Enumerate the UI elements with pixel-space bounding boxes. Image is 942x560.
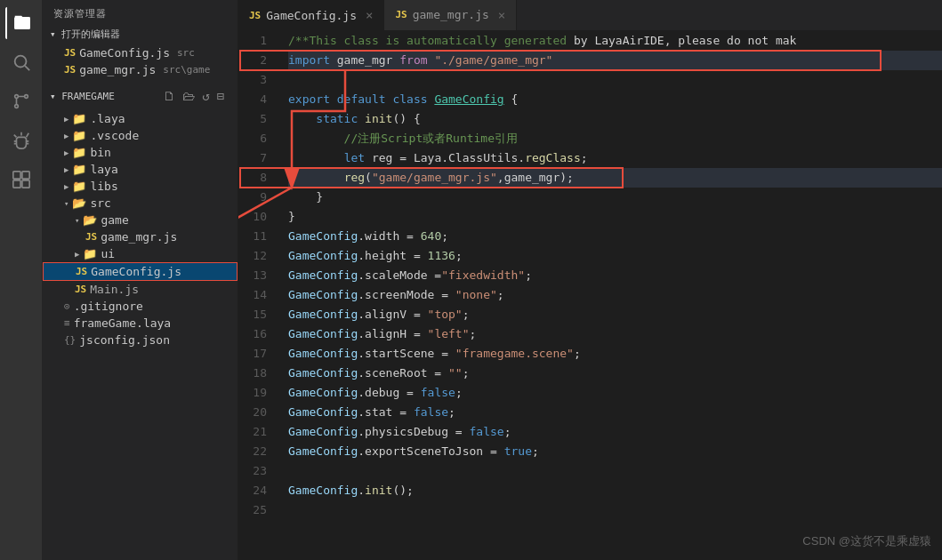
line-number: 11 <box>246 227 267 246</box>
folder-name: ui <box>101 247 115 260</box>
tree-gamemgr-file[interactable]: JS game_mgr.js <box>43 228 238 245</box>
open-editor-gameconfig[interactable]: JS GameConfig.js src <box>43 44 238 61</box>
tree-framegame-laya[interactable]: ≡ frameGame.laya <box>43 315 238 332</box>
code-token: GameConfig <box>288 383 358 403</box>
line-number: 10 <box>246 207 267 227</box>
code-token: ; <box>441 227 448 246</box>
tree-game-folder[interactable]: ▾ 📂 game <box>43 212 238 228</box>
code-line: //注册Script或者Runtime引用 <box>288 129 942 148</box>
code-token: .width = <box>358 227 420 246</box>
code-token: GameConfig <box>288 246 358 266</box>
tab-gameconfig[interactable]: JS GameConfig.js × <box>238 0 384 30</box>
code-line: GameConfig.scaleMode ="fixedwidth"; <box>288 266 942 285</box>
code-line: } <box>288 207 942 227</box>
tab-close-btn[interactable]: × <box>366 8 373 22</box>
code-line: let reg = Laya.ClassUtils.regClass; <box>288 148 942 168</box>
code-token: .alignH = <box>358 324 427 344</box>
source-control-icon[interactable] <box>5 85 37 117</box>
tree-bin[interactable]: ▶ 📁 bin <box>43 144 238 161</box>
svg-rect-6 <box>12 172 20 179</box>
line-number: 14 <box>246 285 267 305</box>
code-line: GameConfig.exportSceneToJson = true; <box>288 442 942 461</box>
refresh-icon[interactable]: ↺ <box>199 87 212 105</box>
tree-src[interactable]: ▾ 📂 src <box>43 195 238 212</box>
tab-bar: JS GameConfig.js × JS game_mgr.js × <box>238 0 942 31</box>
line-number: 15 <box>246 305 267 324</box>
code-line: GameConfig.alignV = "top"; <box>288 305 942 324</box>
svg-line-2 <box>25 66 29 70</box>
code-token <box>386 90 393 109</box>
tab-gamemgr[interactable]: JS game_mgr.js × <box>384 0 517 30</box>
code-token: "" <box>448 364 463 383</box>
line-number: 3 <box>246 70 267 90</box>
line-number: 5 <box>246 109 267 129</box>
code-token: ; <box>455 246 463 266</box>
code-token: 1136 <box>428 246 455 266</box>
tree-gameconfig-file[interactable]: JS GameConfig.js <box>43 262 238 281</box>
line-number: 6 <box>246 129 267 148</box>
code-token <box>330 90 337 109</box>
code-token: export <box>288 90 330 109</box>
folder-name: src <box>90 196 110 210</box>
explorer-icon[interactable] <box>5 7 37 39</box>
search-icon[interactable] <box>5 46 37 78</box>
extensions-icon[interactable] <box>5 164 37 196</box>
tree-jsconfig[interactable]: {} jsconfig.json <box>43 332 238 348</box>
code-token: } <box>288 207 295 227</box>
code-token: /**This class is automatically generated <box>288 31 567 51</box>
code-token: "framegame.scene" <box>455 344 574 364</box>
code-token: class <box>392 90 427 109</box>
collapse-icon[interactable]: ⊟ <box>214 87 227 105</box>
code-editor[interactable]: 1234567891011121314151617181920212223242… <box>238 31 942 560</box>
tree-vscode[interactable]: ▶ 📁 .vscode <box>43 127 238 144</box>
line-number: 16 <box>246 324 267 344</box>
js-icon: JS <box>64 47 76 59</box>
code-token: GameConfig <box>288 285 358 305</box>
new-file-icon[interactable]: 🗋 <box>160 87 178 105</box>
line-number: 21 <box>246 422 267 442</box>
arrow-icon: ▶ <box>75 250 79 259</box>
tab-close-btn[interactable]: × <box>498 8 505 22</box>
tab-js-icon: JS <box>395 9 407 20</box>
code-token: GameConfig <box>288 305 358 324</box>
debug-icon[interactable] <box>5 124 37 156</box>
code-token: init <box>365 481 392 500</box>
code-line <box>288 70 942 90</box>
code-line: GameConfig.physicsDebug = false; <box>288 422 942 442</box>
tree-ui-folder[interactable]: ▶ 📁 ui <box>43 245 238 262</box>
code-token: GameConfig <box>288 364 358 383</box>
file-name: frameGame.laya <box>74 316 172 330</box>
code-line: GameConfig.debug = false; <box>288 383 942 403</box>
code-line: GameConfig.sceneRoot = ""; <box>288 364 942 383</box>
tree-libs[interactable]: ▶ 📁 libs <box>43 178 238 195</box>
code-token: "game/game_mgr.js" <box>372 168 497 188</box>
code-line <box>288 500 942 520</box>
tree-laya2[interactable]: ▶ 📁 laya <box>43 161 238 178</box>
code-token: .stat = <box>358 403 414 422</box>
new-folder-icon[interactable]: 🗁 <box>180 87 197 105</box>
code-line: } <box>288 188 942 207</box>
code-token: game_mgr <box>330 51 399 70</box>
js-icon: JS <box>76 266 87 277</box>
tree-gitignore[interactable]: ⊙ .gitignore <box>43 298 238 315</box>
folder-icon: 📁 <box>83 247 97 260</box>
folder-icon: 📁 <box>72 112 86 125</box>
project-section[interactable]: ▾ FRAMEGAME 🗋 🗁 ↺ ⊟ <box>43 82 238 110</box>
code-token: init <box>365 109 392 129</box>
tree-laya[interactable]: ▶ 📁 .laya <box>43 110 238 127</box>
code-token: ; <box>463 364 470 383</box>
open-editors-section[interactable]: ▾ 打开的编辑器 <box>43 24 238 44</box>
tree-main-file[interactable]: JS Main.js <box>43 281 238 298</box>
svg-rect-7 <box>21 172 28 179</box>
code-token: default <box>337 90 386 109</box>
file-name: game_mgr.js <box>101 230 177 244</box>
code-token: reg <box>344 168 365 188</box>
open-editor-gamemgr[interactable]: JS game_mgr.js src\game <box>43 61 238 78</box>
code-token: ; <box>581 148 588 168</box>
code-token: "top" <box>428 305 463 324</box>
svg-rect-9 <box>21 180 28 188</box>
code-token: ; <box>463 305 470 324</box>
folder-icon: 📁 <box>72 146 86 159</box>
code-token: //注册Script或者Runtime引用 <box>288 129 518 148</box>
svg-point-4 <box>24 95 28 99</box>
